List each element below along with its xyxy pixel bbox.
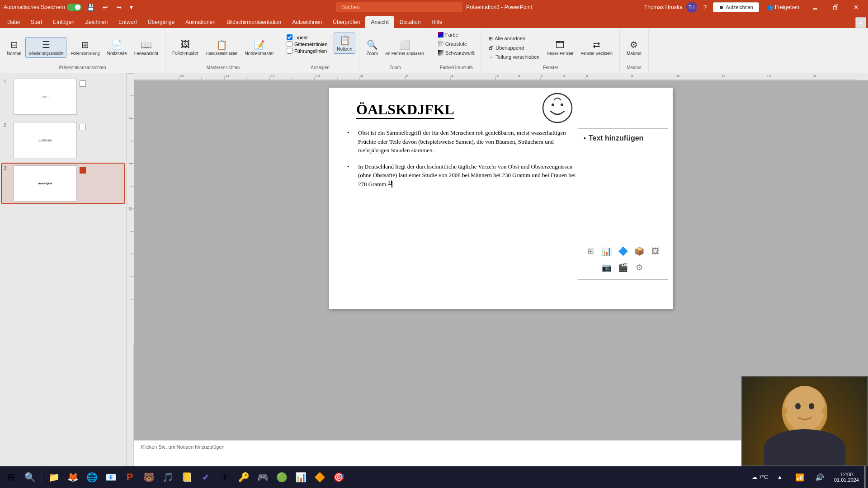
ribbon-btn-graustufe[interactable]: Graustufe xyxy=(435,40,470,48)
insert-chart-icon[interactable]: 📊 xyxy=(600,245,613,258)
zoom-icon: 🔍 xyxy=(367,39,378,50)
tab-uebergaenge[interactable]: Übergänge xyxy=(142,16,180,28)
tab-ansicht[interactable]: Ansicht xyxy=(365,16,394,28)
taskbar-app6[interactable]: 🎮 xyxy=(254,468,272,486)
insert-photo-icon[interactable]: 📷 xyxy=(600,261,613,274)
ribbon-btn-handzettelmaster[interactable]: 📋 Handzettelmaster xyxy=(203,37,241,58)
ribbon-btn-neues-fenster[interactable]: 🗔 Neues Fenster xyxy=(543,38,576,58)
ribbon-btn-an-fenster[interactable]: ⬜ An Fenster anpassen xyxy=(382,37,427,58)
tab-dictation[interactable]: Dictation xyxy=(394,16,426,28)
ribbon-btn-notizenmaster[interactable]: 📝 Notizenmaster xyxy=(241,37,277,58)
taskbar-app4[interactable]: ✔ xyxy=(197,468,215,486)
insert-image-icon[interactable]: 🖼 xyxy=(649,245,662,258)
close-button[interactable]: ✕ xyxy=(848,0,864,14)
ribbon-btn-leseansicht[interactable]: 📖 Leseansicht xyxy=(131,37,161,58)
insert-video-icon[interactable]: 🎬 xyxy=(617,261,629,274)
ribbon-collapse-button[interactable]: ▲ xyxy=(855,17,866,28)
taskbar-app5[interactable]: 🔑 xyxy=(235,468,253,486)
taskbar-clock[interactable]: 12:00 01.01.2024 xyxy=(830,472,863,483)
slide-right-placeholder: Text hinzufügen xyxy=(589,134,643,142)
minimize-button[interactable]: 🗕 xyxy=(807,0,824,14)
taskbar-firefox[interactable]: 🦊 xyxy=(64,468,82,486)
taskbar-volume[interactable]: 🔊 xyxy=(811,468,829,486)
insert-smartart-icon[interactable]: 🔷 xyxy=(617,245,629,258)
tab-aufzeichnen[interactable]: Aufzeichnen xyxy=(287,16,327,28)
taskbar-app8[interactable]: 🔶 xyxy=(311,468,329,486)
save-button[interactable]: 💾 xyxy=(84,3,97,12)
taskbar-telegram[interactable]: ✈ xyxy=(216,468,234,486)
insert-3d-icon[interactable]: 📦 xyxy=(633,245,646,258)
tab-start[interactable]: Start xyxy=(25,16,47,28)
tab-datei[interactable]: Datei xyxy=(2,16,25,28)
tab-entwurf[interactable]: Entwurf xyxy=(113,16,142,28)
taskbar-powerpoint[interactable]: P xyxy=(121,468,139,486)
slide-num-3: 3 xyxy=(4,165,11,171)
taskbar-app9[interactable]: 🎯 xyxy=(330,468,348,486)
show-desktop-button[interactable] xyxy=(864,466,866,488)
restore-button[interactable]: 🗗 xyxy=(827,0,844,14)
taskbar-app2[interactable]: 🎵 xyxy=(159,468,177,486)
ribbon-btn-notizseite[interactable]: 📄 Notizseite xyxy=(104,37,130,58)
search-input[interactable] xyxy=(336,2,462,12)
ribbon-btn-normal[interactable]: ⊟ Normal xyxy=(4,37,24,58)
ribbon-btn-folienmaster[interactable]: 🖼 Folienmaster xyxy=(169,37,202,58)
tab-hilfe[interactable]: Hilfe xyxy=(426,16,448,28)
ribbon-btn-schwarzweiss[interactable]: Schwarzweiß xyxy=(435,49,478,57)
undo-button[interactable]: ↩ xyxy=(100,3,111,12)
taskbar-explorer[interactable]: 📁 xyxy=(45,468,63,486)
autosave-toggle[interactable]: Automatisches Speichern xyxy=(4,4,81,11)
anzeigen-checkboxes: Lineal Gitternetzlinien Führungslinien xyxy=(285,33,329,56)
lineal-checkbox[interactable]: Lineal xyxy=(287,34,327,40)
ribbon-btn-uberlappend[interactable]: 🗗 Überlappend xyxy=(486,44,542,52)
slide-thumb-3[interactable]: 3 öalskdjfkl xyxy=(2,164,124,203)
taskbar-system-tray[interactable]: ▲ xyxy=(771,468,789,486)
help-icon[interactable]: ? xyxy=(701,3,710,12)
insert-icon-icon[interactable]: ⚙ xyxy=(633,261,646,274)
ribbon-btn-notizen[interactable]: 📋 Notizen xyxy=(334,33,355,54)
ribbon-btn-fenster-wechseln[interactable]: ⇄ Fenster wechseln xyxy=(577,37,616,58)
taskbar-excel[interactable]: 📊 xyxy=(292,468,310,486)
zoom-label: Zoom xyxy=(366,51,378,56)
taskbar-weather[interactable]: ☁ 7°C xyxy=(751,468,769,486)
svg-text:0: 0 xyxy=(518,74,520,78)
slide-thumb-1[interactable]: 1 Folie 1 xyxy=(2,77,124,117)
tab-bildschirm[interactable]: Bildschirmpräsentation xyxy=(221,16,287,28)
fuehrung-checkbox[interactable]: Führungslinien xyxy=(287,48,327,54)
ribbon-btn-farbe[interactable]: Farbe xyxy=(435,31,462,39)
slide-title[interactable]: ÖALSKDJFKL xyxy=(356,101,454,119)
taskbar-email[interactable]: 📧 xyxy=(102,468,120,486)
svg-text:-2: -2 xyxy=(495,74,499,78)
ribbon-btn-teilung[interactable]: ↔ Teilung verschieben xyxy=(486,53,542,61)
ruler-horizontal: -16 -14 -12 -10 -8 -6 -4 -2 0 2 4 6 8 10… xyxy=(134,73,868,80)
tab-zeichnen[interactable]: Zeichnen xyxy=(80,16,113,28)
autosave-switch[interactable] xyxy=(67,4,81,11)
person-head xyxy=(782,386,827,436)
ribbon-btn-gliederung[interactable]: ☰ Gliederungsansicht xyxy=(25,37,66,58)
ribbon-btn-foliensortierung[interactable]: ⊞ Foliensortierung xyxy=(67,37,103,58)
tab-animationen[interactable]: Animationen xyxy=(180,16,221,28)
gitternetz-checkbox[interactable]: Gitternetzlinien xyxy=(287,41,327,47)
share-button[interactable]: 👥 Freigeben xyxy=(763,2,803,12)
ribbon-btn-alle-anordnen[interactable]: ⊞ Alle anordnen xyxy=(486,34,542,43)
redo-button[interactable]: ↪ xyxy=(113,3,124,12)
tab-einfuegen[interactable]: Einfügen xyxy=(47,16,80,28)
uberlappend-icon: 🗗 xyxy=(489,45,494,51)
ribbon-btn-zoom[interactable]: 🔍 Zoom xyxy=(363,37,381,58)
taskbar-network[interactable]: 📶 xyxy=(791,468,809,486)
taskbar-app7[interactable]: 🟢 xyxy=(273,468,291,486)
insert-table-icon[interactable]: ⊞ xyxy=(584,245,597,258)
start-button[interactable]: ⊞ xyxy=(2,468,20,486)
record-button[interactable]: ⏺ Aufzeichnen xyxy=(713,2,759,12)
taskbar-app3[interactable]: 📒 xyxy=(178,468,196,486)
taskbar-search[interactable]: 🔍 xyxy=(21,468,39,486)
slide-right-box[interactable]: • Text hinzufügen ⊞ 📊 🔷 📦 🖼 📷 🎬 xyxy=(578,128,668,280)
neues-fenster-icon: 🗔 xyxy=(556,40,565,50)
slide-bullet-2: • In Deutschland liegt der durchschnittl… xyxy=(347,162,582,189)
ribbon-btn-makros[interactable]: ⚙ Makros xyxy=(623,37,645,58)
slide-canvas[interactable]: ÖALSKDJFKL • Obst ist ein Sammelbegriff … xyxy=(329,88,673,309)
slide-thumb-2[interactable]: 2 asdfkafa xyxy=(2,120,124,160)
taskbar-chrome[interactable]: 🌐 xyxy=(83,468,101,486)
tab-ueberpruef[interactable]: Überprüfen xyxy=(327,16,365,28)
more-button[interactable]: ▾ xyxy=(127,3,136,12)
taskbar-app1[interactable]: 🐻 xyxy=(140,468,158,486)
